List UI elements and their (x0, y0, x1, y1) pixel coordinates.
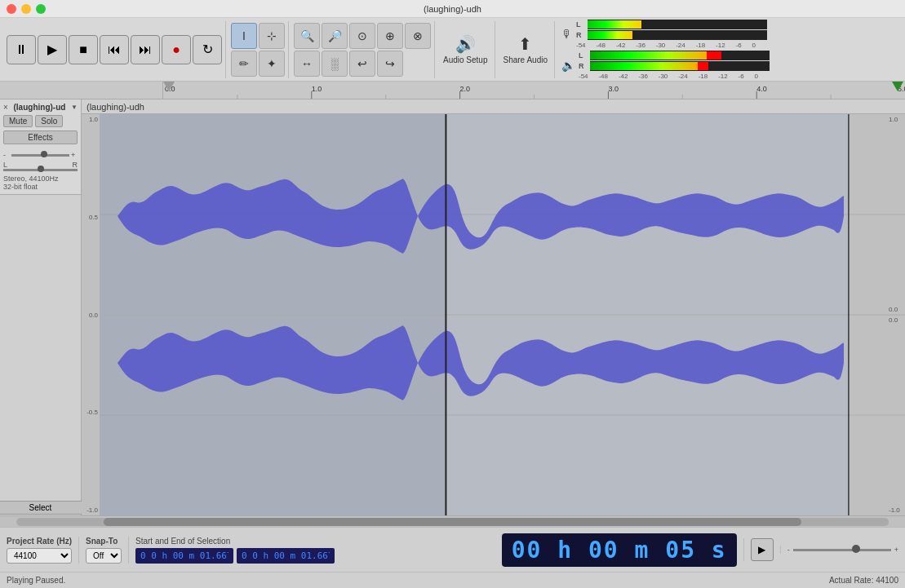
output-meter-scale: -54-48-42-36-30-24-18-12-60 (579, 73, 758, 80)
track-close-button[interactable]: × (3, 103, 8, 112)
input-meter-row: 🎙 L R -54-48-42-36-30-24-18-12-60 (561, 20, 770, 49)
bottom-play-button[interactable]: ▶ (751, 538, 774, 561)
ruler-1: 1.0 (312, 85, 322, 93)
selection-end-input[interactable] (237, 548, 335, 564)
effects-button[interactable]: Effects (3, 130, 78, 144)
scrollbar-thumb[interactable] (104, 518, 801, 526)
timeline-ruler: 0.0 1.0 2.0 3.0 4.0 5.0 (0, 82, 905, 99)
y-label-nhalf: -0.5 (82, 409, 100, 416)
track-info: Stereo, 44100Hz 32-bit float (3, 175, 78, 191)
bottom-play-controls: ▶ (743, 538, 774, 561)
play-button[interactable]: ▶ (38, 35, 67, 64)
pan-slider[interactable] (3, 169, 78, 171)
zoom-group: 🔍 🔎 ⊙ ⊕ ⊗ ↔ ░ ↩ ↪ (291, 21, 435, 78)
trim-tool[interactable]: ↔ (294, 51, 320, 77)
redo-button[interactable]: ↪ (377, 51, 403, 77)
mute-button[interactable]: Mute (3, 115, 33, 127)
main-content: × (laughing)-ud ▼ Mute Solo Effects - + (0, 99, 905, 515)
record-button[interactable]: ● (162, 35, 191, 64)
y-label-top: 1.0 (82, 116, 100, 123)
solo-button[interactable]: Solo (35, 115, 63, 127)
time-display: 00 h 00 m 05 s (502, 533, 737, 567)
title-bar: (laughing)-udh (0, 0, 905, 18)
silence-tool[interactable]: ░ (322, 51, 348, 77)
ruler-left-panel (82, 82, 163, 99)
track-chevron-icon[interactable]: ▼ (71, 104, 78, 111)
track-name: (laughing)-ud (14, 103, 66, 112)
output-l-label: L (579, 51, 588, 60)
volume-group: - + (780, 546, 898, 554)
share-audio-group[interactable]: ⬆ Share Audio (497, 21, 556, 78)
snap-to-group: Snap-To Off On (78, 537, 122, 564)
track-bottom: Select ▼ (0, 195, 81, 515)
project-rate-select[interactable]: 44100 48000 96000 (7, 548, 72, 564)
y-axis-labels: 1.0 0.5 0.0 -0.5 -1.0 (82, 114, 100, 515)
input-r-meter (588, 30, 767, 40)
waveform-canvas-container[interactable]: 1.0 0.5 0.0 -0.5 -1.0 (82, 114, 905, 515)
speaker-out-icon[interactable]: 🔈 (561, 59, 575, 72)
y-label-zero: 0.0 (82, 312, 100, 319)
fit-v-button[interactable]: ⊙ (349, 23, 375, 49)
output-l-meter (590, 51, 770, 60)
minimize-button[interactable] (21, 4, 31, 14)
ruler-3: 3.0 (608, 85, 619, 93)
draw-tool[interactable]: ✏ (231, 51, 257, 77)
window-controls (7, 4, 46, 14)
output-meter-row: 🔈 L R (561, 51, 770, 80)
selection-start-input[interactable] (135, 548, 233, 564)
gain-slider[interactable] (11, 154, 69, 157)
tools-group: I ⊹ ✏ ✦ (228, 21, 289, 78)
waveform-svg (100, 114, 905, 515)
track-title-bar: (laughing)-udh (82, 99, 905, 114)
status-bar: Playing Paused. Actual Rate: 44100 (0, 572, 905, 588)
zoom-sel-button[interactable]: ⊗ (405, 23, 431, 49)
meter-group: 🎙 L R -54-48-42-36-30-24-18-12-60 (557, 21, 774, 78)
pause-button[interactable]: ⏸ (7, 35, 36, 64)
multi-tool[interactable]: ✦ (259, 51, 285, 77)
y-label-half: 0.5 (82, 214, 100, 221)
undo-button[interactable]: ↩ (349, 51, 375, 77)
selection-group: Start and End of Selection (128, 537, 489, 564)
snap-to-label: Snap-To (86, 537, 122, 546)
snap-to-select[interactable]: Off On (86, 548, 122, 564)
sample-rate-label: Stereo, 44100Hz (3, 175, 78, 183)
waveform-area: (laughing)-udh 1.0 0.5 0.0 -0.5 -1.0 (82, 99, 905, 515)
loop-button[interactable]: ↻ (193, 35, 222, 64)
output-r-meter (590, 61, 770, 71)
volume-slider[interactable] (793, 549, 891, 551)
input-l-meter (588, 20, 767, 29)
zoom-in-button[interactable]: 🔍 (294, 23, 320, 49)
audio-setup-label: Audio Setup (443, 55, 488, 64)
select-tool[interactable]: I (231, 23, 257, 49)
next-button[interactable]: ⏭ (131, 35, 160, 64)
transport-group: ⏸ ▶ ■ ⏮ ⏭ ● ↻ (3, 21, 226, 78)
audio-setup-button[interactable]: 🔊 Audio Setup (443, 34, 488, 64)
pan-r-label: R (73, 161, 78, 169)
status-text: Playing Paused. (7, 576, 65, 585)
maximize-button[interactable] (36, 4, 46, 14)
close-button[interactable] (7, 4, 16, 14)
input-r-label: R (576, 31, 586, 39)
ruler-inner[interactable]: 0.0 1.0 2.0 3.0 4.0 5.0 (163, 82, 905, 99)
output-r-label: R (579, 62, 588, 70)
mic-icon[interactable]: 🎙 (561, 28, 573, 41)
bottom-toolbar: Project Rate (Hz) 44100 48000 96000 Snap… (0, 527, 905, 572)
toolbar: ⏸ ▶ ■ ⏮ ⏭ ● ↻ I ⊹ ✏ ✦ 🔍 🔎 ⊙ ⊕ ⊗ (0, 18, 905, 82)
ruler-2: 2.0 (460, 85, 471, 93)
selection-inputs-row (135, 548, 489, 564)
start-playhead-marker (163, 82, 175, 91)
gain-minus-label: - (3, 151, 10, 159)
envelope-tool[interactable]: ⊹ (259, 23, 285, 49)
tracks-container: × (laughing)-ud ▼ Mute Solo Effects - + (0, 99, 905, 515)
selection-label: Start and End of Selection (135, 537, 489, 546)
pan-l-label: L (3, 161, 7, 169)
ruler-4: 4.0 (756, 85, 767, 93)
stop-button[interactable]: ■ (69, 35, 98, 64)
track-header: × (laughing)-ud ▼ Mute Solo Effects - + (0, 99, 81, 195)
fit-h-button[interactable]: ⊕ (377, 23, 403, 49)
prev-button[interactable]: ⏮ (100, 35, 129, 64)
y-label-bot: -1.0 (82, 506, 100, 514)
speaker-icon: 🔊 (455, 34, 476, 54)
actual-rate-label: Actual Rate: 44100 (829, 576, 898, 585)
zoom-out-button[interactable]: 🔎 (322, 23, 348, 49)
